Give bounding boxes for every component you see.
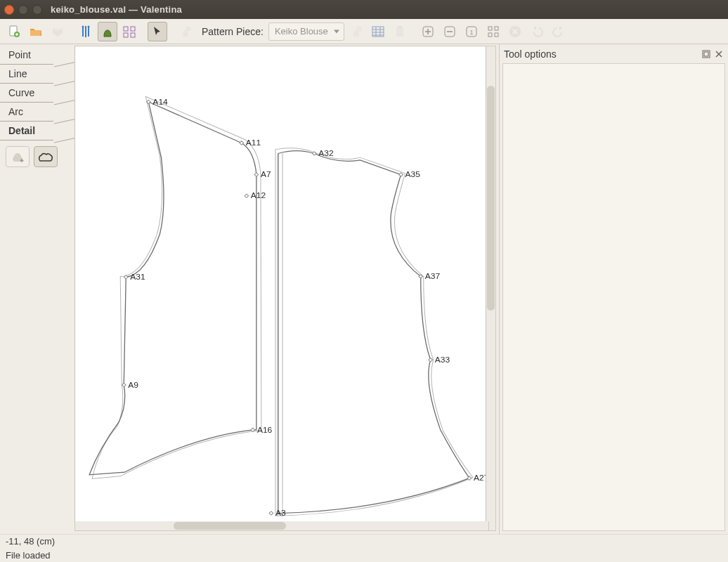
svg-point-2	[82, 25, 84, 27]
svg-rect-24	[704, 52, 708, 56]
panel-detach-icon[interactable]	[701, 49, 711, 59]
sidebar-item-line[interactable]: Line	[0, 65, 74, 84]
save-file-button[interactable]	[48, 22, 67, 41]
pattern-point-label: A9	[128, 380, 138, 389]
drawing-canvas[interactable]: A14A11A7A32A35A12A31A37A33A9A16A27A3	[74, 46, 486, 531]
pattern-point-label: A3	[275, 509, 286, 518]
add-pattern-piece-button[interactable]	[176, 22, 195, 41]
configure-pattern-button[interactable]	[346, 22, 366, 41]
window-title: keiko_blouse.val — Valentina	[51, 4, 182, 15]
detail-mode-button[interactable]	[119, 22, 139, 41]
svg-rect-12	[396, 27, 403, 37]
pattern-point-label: A16	[257, 425, 272, 434]
clipboard-button[interactable]	[390, 22, 410, 41]
zoom-original-button[interactable]: 1	[462, 22, 481, 41]
main-area: Point Line Curve Arc Detail	[0, 44, 728, 534]
pattern-point-label: A31	[130, 273, 145, 282]
pattern-point-label: A12	[251, 191, 266, 200]
drawing-mode-button[interactable]	[98, 22, 117, 41]
sidebar-item-detail[interactable]: Detail	[0, 122, 74, 140]
pattern-point[interactable]	[269, 511, 273, 515]
tool-sidebar: Point Line Curve Arc Detail	[0, 44, 74, 534]
pointer-tool-button[interactable]	[148, 22, 167, 41]
open-file-button[interactable]	[26, 22, 46, 41]
svg-rect-7	[131, 33, 135, 37]
pattern-point-label: A7	[261, 170, 271, 179]
pattern-point-label: A37	[425, 272, 440, 281]
detail-tool-new-piece[interactable]	[6, 146, 30, 167]
tool-options-body	[502, 63, 725, 531]
vertical-scrollbar[interactable]	[486, 46, 496, 531]
svg-point-3	[88, 25, 90, 27]
pattern-point[interactable]	[245, 194, 249, 197]
stop-button[interactable]	[505, 22, 525, 41]
tool-options-panel: Tool options	[499, 44, 728, 534]
pattern-piece-value: Keiko Blouse	[275, 26, 328, 37]
redo-button[interactable]	[549, 22, 568, 41]
svg-rect-13	[398, 26, 402, 28]
horizontal-scrollbar[interactable]	[74, 521, 489, 531]
pattern-point[interactable]	[122, 383, 126, 386]
pattern-point-label: A14	[152, 97, 168, 106]
pattern-point-label: A35	[405, 170, 420, 179]
zoom-in-button[interactable]	[418, 22, 438, 41]
status-message: File loaded	[0, 548, 728, 562]
svg-rect-18	[488, 27, 492, 30]
pattern-point-label: A32	[318, 149, 333, 158]
sidebar-item-point[interactable]: Point	[0, 46, 74, 65]
svg-rect-6	[124, 33, 128, 37]
svg-point-10	[358, 28, 360, 30]
window-close-button[interactable]	[4, 5, 14, 15]
pattern-point-label: A27	[474, 473, 486, 483]
detail-tool-union[interactable]	[34, 146, 58, 167]
zoom-out-button[interactable]	[440, 22, 460, 41]
svg-rect-21	[495, 33, 498, 37]
table-button[interactable]	[368, 22, 388, 41]
pattern-point-label: A33	[435, 355, 450, 364]
sidebar-item-curve[interactable]: Curve	[0, 84, 74, 103]
tool-options-title: Tool options	[504, 48, 557, 60]
panel-close-icon[interactable]	[714, 49, 724, 59]
window-maximize-button[interactable]	[32, 5, 42, 15]
canvas-wrap: A14A11A7A32A35A12A31A37A33A9A16A27A3	[74, 44, 499, 534]
pattern-point-label: A11	[246, 138, 261, 148]
svg-rect-19	[495, 27, 498, 30]
svg-rect-20	[488, 33, 492, 37]
main-toolbar: Pattern Piece: Keiko Blouse 1	[0, 19, 728, 44]
pattern-piece-select[interactable]: Keiko Blouse	[268, 22, 344, 41]
pattern-point[interactable]	[429, 358, 433, 361]
new-file-button[interactable]	[4, 22, 24, 41]
status-coordinates: -11, 48 (cm)	[0, 534, 728, 548]
zoom-fit-button[interactable]	[483, 22, 503, 41]
pattern-piece-label: Pattern Piece:	[202, 26, 264, 37]
svg-text:1: 1	[469, 29, 473, 36]
window-minimize-button[interactable]	[18, 5, 28, 15]
window-titlebar: keiko_blouse.val — Valentina	[0, 0, 728, 19]
undo-button[interactable]	[527, 22, 547, 41]
measurements-button[interactable]	[76, 22, 96, 41]
pattern-point[interactable]	[312, 152, 316, 155]
svg-rect-5	[131, 27, 135, 31]
svg-rect-4	[124, 27, 128, 31]
sidebar-item-arc[interactable]: Arc	[0, 103, 74, 122]
pattern-point[interactable]	[399, 173, 403, 176]
pattern-point[interactable]	[254, 173, 259, 176]
